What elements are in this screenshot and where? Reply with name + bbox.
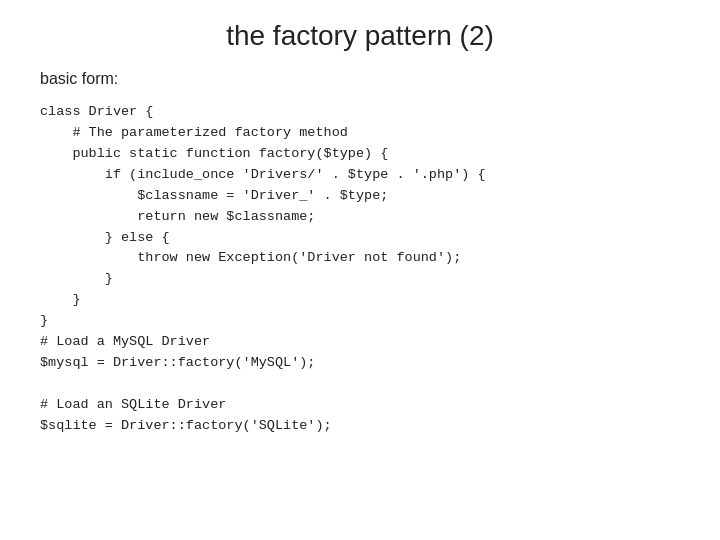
- subtitle: basic form:: [40, 70, 680, 88]
- page-title: the factory pattern (2): [40, 20, 680, 52]
- code-block: class Driver { # The parameterized facto…: [40, 102, 680, 437]
- page: the factory pattern (2) basic form: clas…: [0, 0, 720, 540]
